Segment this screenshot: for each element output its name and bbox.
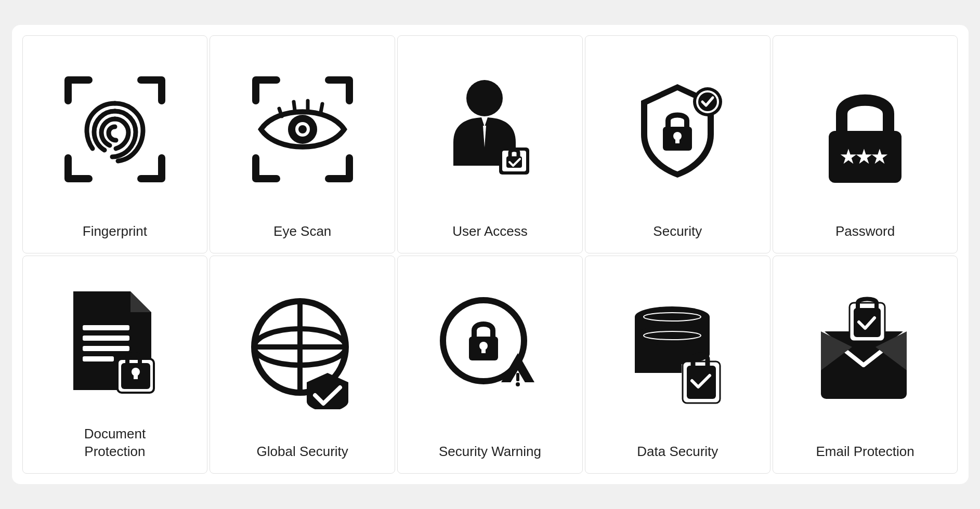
global-security-label: Global Security xyxy=(257,443,348,461)
security-icon xyxy=(625,51,729,212)
svg-rect-22 xyxy=(134,372,138,379)
svg-rect-17 xyxy=(83,346,129,351)
svg-rect-18 xyxy=(83,356,114,361)
cell-security: Security xyxy=(585,35,770,253)
cell-security-warning: Security Warning xyxy=(397,256,583,474)
fingerprint-label: Fingerprint xyxy=(83,223,147,240)
svg-text:★★★: ★★★ xyxy=(840,147,888,167)
svg-rect-38 xyxy=(635,354,682,373)
cell-global-security: Global Security xyxy=(210,256,395,474)
svg-rect-15 xyxy=(83,325,129,330)
security-warning-label: Security Warning xyxy=(439,443,541,461)
fingerprint-icon xyxy=(63,51,167,212)
document-protection-icon xyxy=(63,272,167,415)
document-protection-label: Document Protection xyxy=(84,425,146,461)
password-label: Password xyxy=(835,223,895,240)
cell-user-access: User Access xyxy=(397,35,583,253)
eye-scan-icon xyxy=(251,51,355,212)
svg-rect-9 xyxy=(675,136,680,143)
icon-grid-container: Fingerprint xyxy=(12,25,969,484)
global-security-icon xyxy=(251,272,355,433)
password-icon: ★★★ xyxy=(813,51,917,212)
eye-scan-label: Eye Scan xyxy=(273,223,331,240)
cell-password: ★★★ Password xyxy=(773,35,958,253)
cell-email-protection: Email Protection xyxy=(773,256,958,474)
svg-point-3 xyxy=(466,80,503,116)
icon-grid: Fingerprint xyxy=(22,35,958,474)
data-security-label: Data Security xyxy=(637,443,718,461)
user-access-label: User Access xyxy=(452,223,528,240)
security-label: Security xyxy=(653,223,702,240)
cell-eye-scan: Eye Scan xyxy=(210,35,395,253)
security-warning-icon xyxy=(438,272,542,433)
svg-point-2 xyxy=(298,125,307,133)
svg-rect-30 xyxy=(481,346,486,353)
cell-fingerprint: Fingerprint xyxy=(22,35,208,253)
email-protection-label: Email Protection xyxy=(816,443,914,461)
svg-rect-16 xyxy=(83,336,129,341)
cell-document-protection: Document Protection xyxy=(22,256,208,474)
user-access-icon xyxy=(438,51,542,212)
cell-data-security: Data Security xyxy=(585,256,770,474)
svg-rect-31 xyxy=(516,373,519,381)
data-security-icon xyxy=(625,272,729,433)
email-protection-icon xyxy=(813,272,917,433)
svg-point-32 xyxy=(516,382,520,386)
